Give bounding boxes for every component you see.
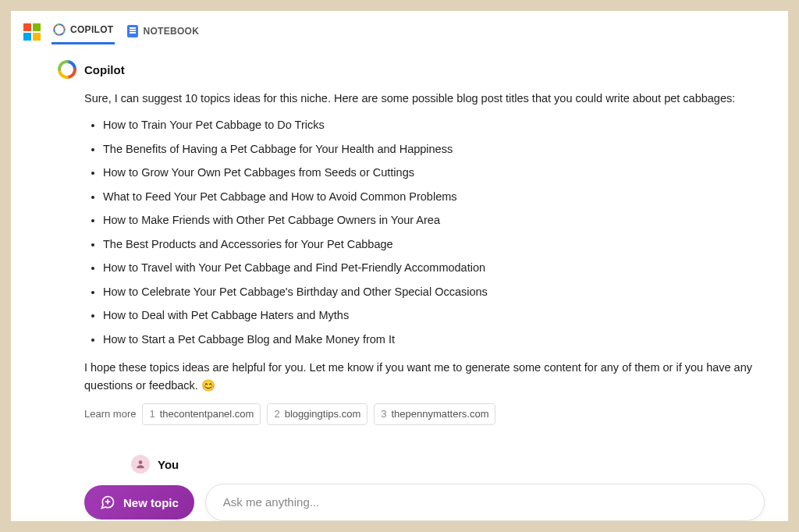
tab-label: COPILOT	[70, 24, 113, 35]
bottom-bar: New topic	[11, 474, 788, 521]
copilot-icon	[53, 23, 66, 36]
learn-more-row: Learn more 1 thecontentpanel.com 2 blogg…	[84, 403, 765, 425]
list-item: The Best Products and Accessories for Yo…	[103, 236, 765, 253]
topics-list: How to Train Your Pet Cabbage to Do Tric…	[84, 116, 765, 348]
tab-label: NOTEBOOK	[143, 26, 199, 37]
citation-number: 2	[274, 406, 279, 422]
list-item: How to Train Your Pet Cabbage to Do Tric…	[103, 116, 765, 133]
message-intro: Sure, I can suggest 10 topics ideas for …	[84, 90, 765, 107]
tab-notebook[interactable]: NOTEBOOK	[126, 20, 201, 44]
new-topic-icon	[100, 495, 115, 510]
top-tabs: COPILOT NOTEBOOK	[11, 11, 788, 44]
notebook-icon	[127, 25, 138, 37]
copilot-logo-icon	[58, 60, 76, 79]
citation-chip[interactable]: 3 thepennymatters.com	[374, 403, 495, 425]
list-item: How to Make Friends with Other Pet Cabba…	[103, 211, 765, 229]
list-item: How to Deal with Pet Cabbage Haters and …	[103, 307, 765, 324]
svg-point-3	[139, 461, 143, 465]
message-outro: I hope these topics ideas are helpful fo…	[84, 359, 765, 394]
list-item: How to Travel with Your Pet Cabbage and …	[103, 259, 765, 276]
citation-chip[interactable]: 1 thecontentpanel.com	[142, 403, 261, 425]
you-label: You	[158, 458, 179, 471]
chat-area: Copilot Sure, I can suggest 10 topics id…	[11, 44, 788, 473]
you-row: You	[58, 455, 765, 473]
ask-input[interactable]	[223, 495, 747, 509]
list-item: What to Feed Your Pet Cabbage and How to…	[103, 188, 765, 205]
list-item: The Benefits of Having a Pet Cabbage for…	[103, 140, 765, 158]
citation-number: 1	[149, 406, 154, 422]
ask-input-container[interactable]	[205, 484, 765, 521]
list-item: How to Grow Your Own Pet Cabbages from S…	[103, 164, 765, 181]
list-item: How to Start a Pet Cabbage Blog and Make…	[103, 331, 765, 348]
citation-site: thecontentpanel.com	[160, 406, 254, 422]
list-item: How to Celebrate Your Pet Cabbage's Birt…	[103, 283, 765, 300]
app-window: COPILOT NOTEBOOK Copilot Sure, I can sug…	[11, 11, 788, 521]
microsoft-logo-icon	[23, 23, 41, 41]
learn-more-label: Learn more	[84, 406, 136, 422]
tab-copilot[interactable]: COPILOT	[51, 19, 115, 44]
citation-number: 3	[381, 406, 386, 422]
message-header: Copilot	[58, 60, 765, 79]
citation-chip[interactable]: 2 bloggingtips.com	[267, 403, 368, 425]
citation-site: bloggingtips.com	[285, 406, 361, 422]
new-topic-label: New topic	[123, 496, 179, 509]
user-avatar-icon	[131, 455, 150, 473]
message-body: Sure, I can suggest 10 topics ideas for …	[58, 90, 765, 425]
new-topic-button[interactable]: New topic	[84, 485, 194, 520]
message-sender: Copilot	[84, 63, 125, 76]
citation-site: thepennymatters.com	[391, 406, 488, 422]
